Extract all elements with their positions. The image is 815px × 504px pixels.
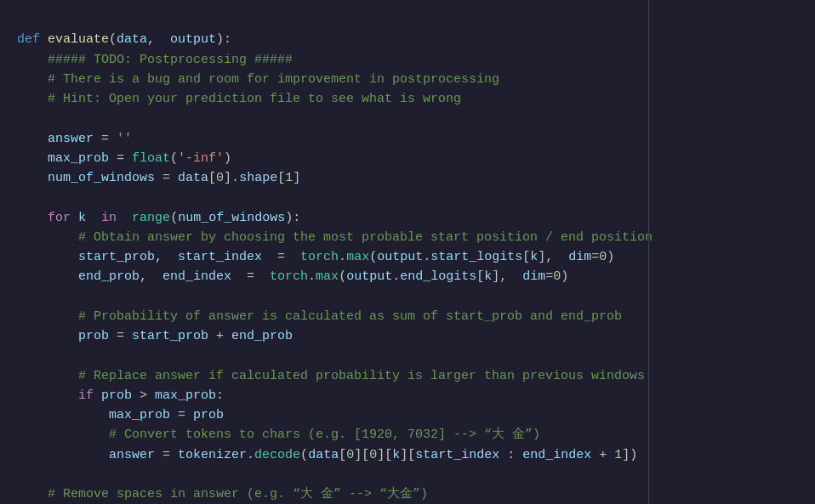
- n1: 1: [614, 448, 622, 462]
- num-1: 1: [285, 171, 293, 185]
- keyword-in: in: [101, 211, 117, 225]
- var-prob: prob: [78, 329, 109, 343]
- method-max2: max: [316, 269, 339, 284]
- comment-probability: # Probability of answer is calculated as…: [78, 309, 622, 324]
- n0b: 0: [369, 448, 377, 462]
- ref-num-windows: num_of_windows: [178, 211, 285, 225]
- num-dim1: 0: [553, 269, 561, 284]
- ref-prob: prob: [101, 388, 132, 403]
- torch-ref: torch: [300, 250, 339, 264]
- num-dim0: 0: [599, 250, 607, 264]
- comment-bug: # There is a bug and room for improvemen…: [48, 72, 499, 87]
- param-dim1: dim: [522, 269, 545, 284]
- comment-replace: # Replace answer if calculated probabili…: [78, 369, 645, 383]
- vertical-divider: [648, 0, 649, 504]
- param-dim0: dim: [568, 250, 591, 264]
- param-output: output: [170, 32, 216, 47]
- comment-remove: # Remove spaces in answer (e.g. “大 金” --…: [48, 487, 428, 501]
- ref-k1: k: [530, 250, 538, 264]
- n0: 0: [346, 448, 354, 462]
- ref-start-prob: start_prob: [132, 329, 208, 343]
- method-max: max: [346, 250, 369, 264]
- var-start-prob: start_prob: [78, 250, 155, 264]
- assign-max-prob: max_prob: [109, 408, 170, 422]
- attr-start-logits: start_logits: [430, 250, 522, 264]
- keyword-def: def: [17, 32, 40, 47]
- var-max-prob: max_prob: [48, 151, 109, 166]
- attr-end-logits: end_logits: [400, 269, 476, 284]
- var-end-index: end_index: [162, 269, 231, 284]
- ref-data2: data: [308, 448, 339, 462]
- ref-data: data: [178, 171, 208, 185]
- num-0: 0: [216, 171, 224, 185]
- torch-ref2: torch: [270, 269, 308, 284]
- string-inf: '-inf': [178, 151, 224, 166]
- code-block: def evaluate(data, output): ##### TODO: …: [0, 10, 815, 504]
- var-end-prob: end_prob: [78, 269, 140, 284]
- ref-tokenizer: tokenizer: [178, 448, 247, 462]
- ref-k3: k: [392, 448, 400, 462]
- ref-output: output: [377, 250, 423, 264]
- comment-todo: ##### TODO: Postprocessing #####: [48, 53, 293, 67]
- ref-start-index: start_index: [415, 448, 499, 462]
- ref-end-index: end_index: [522, 448, 591, 462]
- ref-prob2: prob: [193, 408, 224, 422]
- code-container: def evaluate(data, output): ##### TODO: …: [0, 0, 815, 504]
- ref-max-prob: max_prob: [155, 388, 216, 403]
- comment-hint: # Hint: Open your prediction file to see…: [48, 92, 461, 106]
- comment-convert: # Convert tokens to chars (e.g. [1920, 7…: [109, 428, 540, 442]
- function-name: evaluate: [48, 32, 109, 47]
- ref-end-prob: end_prob: [231, 329, 293, 343]
- ref-k2: k: [484, 269, 492, 284]
- keyword-for: for: [48, 211, 71, 225]
- attr-shape: shape: [239, 171, 277, 185]
- var-k: k: [78, 211, 86, 225]
- builtin-range: range: [132, 211, 170, 225]
- string-empty: '': [117, 132, 132, 146]
- comment-obtain: # Obtain answer by choosing the most pro…: [78, 230, 653, 245]
- var-answer: answer: [48, 132, 94, 146]
- var-num-windows: num_of_windows: [48, 171, 155, 185]
- var-start-index: start_index: [178, 250, 262, 264]
- method-decode: decode: [254, 448, 300, 462]
- param-data: data: [117, 32, 147, 47]
- builtin-float: float: [132, 151, 170, 166]
- assign-answer: answer: [109, 448, 155, 462]
- keyword-if: if: [78, 388, 94, 403]
- ref-output2: output: [346, 269, 392, 284]
